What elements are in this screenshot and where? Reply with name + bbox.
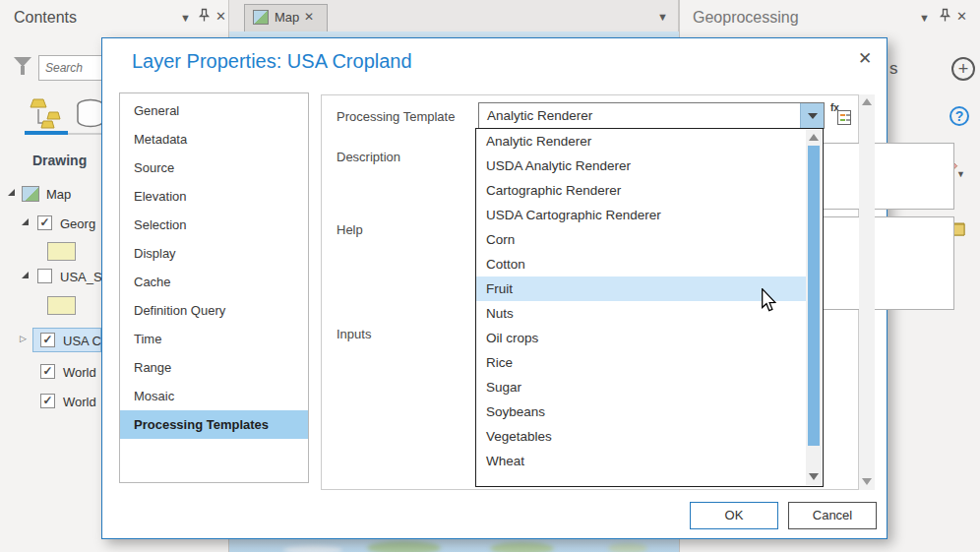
- map-land-blob: [367, 541, 441, 552]
- expander-icon[interactable]: [8, 189, 15, 196]
- processing-template-combobox[interactable]: Analytic Renderer: [478, 102, 825, 129]
- list-by-drawing-order-icon[interactable]: [28, 96, 67, 132]
- dropdown-option-vegetables[interactable]: Vegetables: [476, 424, 807, 449]
- geoprocessing-close-icon[interactable]: ✕: [956, 9, 967, 24]
- scroll-down-icon[interactable]: [862, 478, 872, 485]
- dialog-close-icon[interactable]: ✕: [858, 48, 872, 69]
- fx-list-box: [837, 110, 851, 125]
- combobox-dropdown-button[interactable]: [800, 103, 824, 128]
- dialog-scrollbar[interactable]: [859, 94, 875, 490]
- pencil-dropdown-chevron-icon[interactable]: ▼: [956, 169, 965, 179]
- geoprocessing-menu-chevron-icon[interactable]: ▼: [919, 12, 930, 24]
- expander-icon[interactable]: [22, 272, 29, 278]
- collapsed-expander-icon[interactable]: ▷: [20, 334, 27, 343]
- layer-checkbox-checked[interactable]: ✓: [37, 215, 52, 230]
- sidebar-item-range[interactable]: Range: [120, 353, 308, 382]
- sidebar-item-processing-templates[interactable]: Processing Templates: [120, 410, 308, 439]
- contents-close-icon[interactable]: ✕: [215, 9, 226, 24]
- template-function-editor-icon[interactable]: fx: [830, 102, 854, 128]
- map-tab-label: Map: [275, 10, 299, 25]
- sidebar-item-cache[interactable]: Cache: [120, 268, 308, 296]
- contents-menu-chevron-icon[interactable]: ▼: [180, 12, 191, 24]
- scroll-down-icon[interactable]: [809, 473, 819, 480]
- help-icon[interactable]: ?: [949, 106, 969, 126]
- sidebar-item-selection[interactable]: Selection: [120, 211, 308, 239]
- map-land-blob: [490, 542, 554, 552]
- scroll-up-icon[interactable]: [809, 134, 819, 141]
- map-tab-icon: [253, 10, 269, 25]
- tree-item-world-layer[interactable]: World: [63, 395, 96, 409]
- geoprocessing-panel-title: Geoprocessing: [693, 9, 799, 27]
- map-canvas-bottom[interactable]: [229, 539, 679, 552]
- chevron-down-icon: [808, 113, 818, 119]
- processing-template-label: Processing Template: [337, 109, 455, 124]
- dialog-sidebar: General Metadata Source Elevation Select…: [119, 92, 309, 483]
- dropdown-option-analytic-renderer[interactable]: Analytic Renderer: [476, 129, 807, 153]
- map-land-blob: [608, 543, 647, 552]
- expander-icon[interactable]: [22, 218, 29, 225]
- dropdown-option-cotton[interactable]: Cotton: [476, 252, 807, 276]
- legend-swatch: [47, 296, 76, 315]
- dropdown-scrollbar[interactable]: [806, 130, 822, 485]
- sidebar-item-mosaic[interactable]: Mosaic: [120, 382, 308, 410]
- inputs-label: Inputs: [337, 327, 371, 341]
- tree-item-georeferenced-layer[interactable]: Georg: [60, 216, 95, 231]
- scroll-up-icon[interactable]: [862, 98, 872, 105]
- tree-item-usa-cropland-layer[interactable]: USA C: [63, 334, 101, 348]
- sidebar-item-definition-query[interactable]: Definition Query: [120, 296, 308, 325]
- dropdown-option-sugar[interactable]: Sugar: [476, 375, 807, 399]
- tree-item-world-layer[interactable]: World: [63, 365, 96, 380]
- layer-checkbox-checked[interactable]: ✓: [40, 394, 55, 408]
- layer-checkbox-checked[interactable]: ✓: [40, 333, 55, 347]
- contents-pin-icon[interactable]: [198, 8, 211, 23]
- layer-checkbox-checked[interactable]: ✓: [40, 364, 55, 379]
- dropdown-option-fruit[interactable]: Fruit: [476, 276, 807, 301]
- dropdown-option-usda-analytic-renderer[interactable]: USDA Analytic Renderer: [476, 153, 807, 178]
- help-label: Help: [337, 222, 363, 237]
- sidebar-item-source[interactable]: Source: [120, 153, 308, 182]
- partial-heading-text: s: [889, 59, 898, 79]
- legend-swatch: [47, 242, 76, 261]
- dropdown-option-soybeans[interactable]: Soybeans: [476, 399, 807, 424]
- scrollbar-thumb[interactable]: [808, 146, 820, 446]
- dropdown-option-usda-cartographic-renderer[interactable]: USDA Cartographic Renderer: [476, 203, 807, 227]
- filter-icon-stem: [21, 66, 25, 75]
- geoprocessing-pin-icon[interactable]: [939, 8, 951, 23]
- dropdown-option-oil-crops[interactable]: Oil crops: [476, 326, 807, 350]
- map-item-icon: [22, 186, 39, 202]
- map-view-tab[interactable]: Map ✕: [244, 4, 328, 31]
- view-tabstrip: Map ✕ ▼: [229, 0, 679, 31]
- active-viewtab-indicator: [25, 131, 68, 135]
- cancel-button[interactable]: Cancel: [788, 502, 877, 529]
- map-cloud-blob: [283, 545, 342, 552]
- ok-button[interactable]: OK: [690, 502, 778, 529]
- sidebar-item-elevation[interactable]: Elevation: [120, 182, 308, 211]
- add-tool-icon[interactable]: +: [951, 57, 975, 81]
- viewtab-divider: [68, 133, 101, 135]
- dropdown-option-wheat[interactable]: Wheat: [476, 449, 807, 473]
- tabstrip-chevron-icon[interactable]: ▼: [657, 11, 668, 23]
- sidebar-item-time[interactable]: Time: [120, 325, 308, 353]
- dialog-title: Layer Properties: USA Cropland: [132, 50, 412, 73]
- layer-checkbox-unchecked[interactable]: [37, 269, 52, 283]
- tree-item-usa-states-layer[interactable]: USA_S: [60, 270, 102, 284]
- dropdown-option-corn[interactable]: Corn: [476, 227, 807, 252]
- map-tab-close-icon[interactable]: ✕: [304, 10, 314, 24]
- sidebar-item-display[interactable]: Display: [120, 239, 308, 268]
- drawing-order-heading: Drawing: [32, 153, 87, 168]
- sidebar-item-general[interactable]: General: [120, 96, 308, 125]
- mouse-cursor: [760, 288, 777, 316]
- sidebar-item-metadata[interactable]: Metadata: [120, 125, 308, 153]
- dropdown-option-rice[interactable]: Rice: [476, 350, 807, 375]
- dropdown-option-cartographic-renderer[interactable]: Cartographic Renderer: [476, 178, 807, 203]
- combobox-value: Analytic Renderer: [487, 108, 592, 123]
- search-input[interactable]: [38, 55, 105, 81]
- description-label: Description: [337, 150, 400, 164]
- dropdown-option-nuts[interactable]: Nuts: [476, 301, 807, 326]
- arcgis-pro-window: Contents ▼ ✕ Drawing: [0, 0, 980, 552]
- tree-item-map[interactable]: Map: [46, 187, 71, 202]
- contents-panel-title: Contents: [14, 9, 77, 27]
